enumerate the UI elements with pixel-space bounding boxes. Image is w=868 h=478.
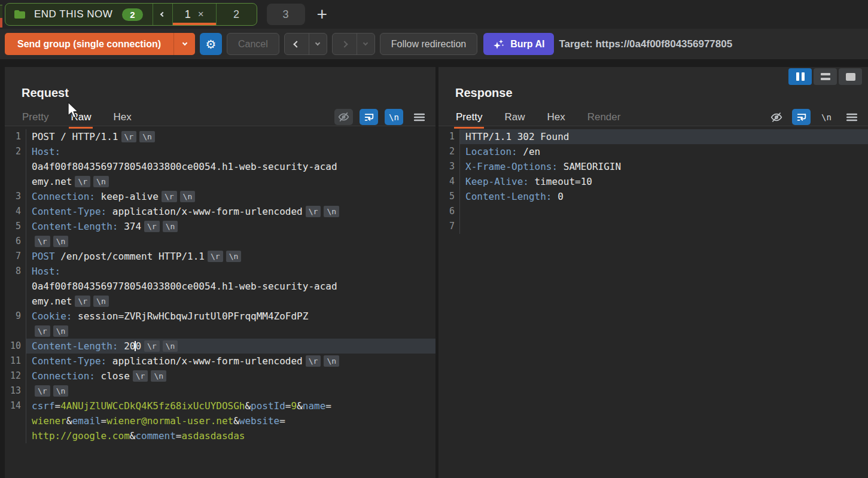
code-row[interactable]: 4Content-Type: application/x-www-form-ur… <box>5 204 435 219</box>
repeater-tab-bar: END THIS NOW 2 1 × 2 3 + <box>0 0 868 29</box>
crlf-badge: \r <box>144 221 160 232</box>
word-wrap-toggle-button[interactable] <box>360 109 378 125</box>
line-number: 12 <box>5 369 26 383</box>
show-newlines-button[interactable]: \n <box>385 109 403 125</box>
code-row[interactable]: 1POST / HTTP/1.1\r\n <box>5 129 435 144</box>
code-row[interactable]: wiener&email=wiener@normal-user.net&webs… <box>5 413 435 428</box>
code-row[interactable]: 12Connection: close\r\n <box>5 369 435 383</box>
code-token: = <box>325 400 331 412</box>
single-layout-button[interactable] <box>839 68 862 85</box>
code-token: & <box>245 400 251 412</box>
back-dropdown-button[interactable] <box>309 34 327 54</box>
code-row[interactable]: 0a4f00f8043569778054033800ce0054.h1-web-… <box>5 279 435 294</box>
request-panel: Request PrettyRawHex \n <box>5 67 435 478</box>
code-row[interactable]: 10Content-Length: 200\r\n <box>5 339 435 354</box>
forward-button[interactable] <box>333 34 357 54</box>
code-line: emy.net\r\n <box>26 174 435 189</box>
tab-hex[interactable]: Hex <box>113 111 131 123</box>
tab-1-close-icon[interactable]: × <box>198 8 204 20</box>
tab-group-collapse-button[interactable] <box>153 4 173 25</box>
code-row[interactable]: 4Keep-Alive: timeout=10 <box>438 174 868 189</box>
code-token: Content-Type: <box>32 355 106 367</box>
code-line: HTTP/1.1 302 Found <box>460 129 868 144</box>
send-options-dropdown[interactable] <box>173 33 195 55</box>
cancel-button[interactable]: Cancel <box>227 33 279 55</box>
code-token: & <box>297 400 303 412</box>
code-token: POST / HTTP/1.1 <box>32 131 118 142</box>
code-row[interactable]: 0a4f00f8043569778054033800ce0054.h1-web-… <box>5 159 435 174</box>
code-token: 0 <box>552 191 564 202</box>
code-token: name <box>303 400 326 412</box>
code-row[interactable]: 9Cookie: session=ZVRjRwHCbqwJrutUl0PFrqq… <box>5 309 435 324</box>
code-row[interactable]: 3Connection: keep-alive\r\n <box>5 189 435 204</box>
response-editor[interactable]: 1HTTP/1.1 302 Found2Location: /en3X-Fram… <box>438 126 868 478</box>
response-menu-button[interactable] <box>842 109 861 125</box>
code-row[interactable]: 14csrf=4ANUjZlUWCcDkQ4K5fz68ixUcUYDOSGh&… <box>5 398 435 413</box>
code-row[interactable]: emy.net\r\n <box>5 294 435 309</box>
hide-nonprintable-button[interactable] <box>334 109 353 125</box>
tab-raw[interactable]: Raw <box>504 111 525 123</box>
code-token: email <box>72 415 100 427</box>
code-line: Cookie: session=ZVRjRwHCbqwJrutUl0PFrqqM… <box>26 309 435 324</box>
new-tab-button[interactable]: + <box>317 5 328 23</box>
code-token: 374 <box>118 221 142 232</box>
burp-ai-button[interactable]: Burp AI <box>483 33 554 55</box>
code-row[interactable]: 13\r\n <box>5 383 435 398</box>
settings-gear-button[interactable]: ⚙ <box>200 33 222 55</box>
request-editor[interactable]: 1POST / HTTP/1.1\r\n2Host:0a4f00f8043569… <box>5 126 435 478</box>
code-row[interactable]: 2Host: <box>5 144 435 159</box>
code-token: Location: <box>465 146 517 157</box>
code-line: Connection: keep-alive\r\n <box>26 189 435 204</box>
send-group-label[interactable]: Send group (single connection) <box>5 33 173 55</box>
code-row[interactable]: 7 <box>438 219 868 234</box>
tab-raw[interactable]: Raw <box>71 111 91 123</box>
back-button[interactable] <box>285 34 309 54</box>
code-row[interactable]: \r\n <box>5 324 435 339</box>
crlf-badge: \n <box>93 176 109 187</box>
crlf-badge: \r <box>35 236 50 247</box>
code-token: http://google.com <box>32 430 130 442</box>
tab-1[interactable]: 1 × <box>173 4 216 25</box>
send-group-button[interactable]: Send group (single connection) <box>5 33 195 55</box>
show-newlines-button[interactable]: \n <box>817 109 836 125</box>
request-menu-button[interactable] <box>410 109 428 125</box>
follow-redirection-button[interactable]: Follow redirection <box>380 33 477 55</box>
tab-3[interactable]: 3 <box>267 4 305 25</box>
word-wrap-toggle-button[interactable] <box>792 109 811 125</box>
tab-2[interactable]: 2 <box>216 4 257 25</box>
forward-dropdown-button[interactable] <box>357 34 374 54</box>
tab-hex[interactable]: Hex <box>547 111 565 123</box>
code-row[interactable]: emy.net\r\n <box>5 174 435 189</box>
code-line: Content-Length: 374\r\n <box>26 219 435 234</box>
code-row[interactable]: 2Location: /en <box>438 144 868 159</box>
tab-group-header[interactable]: END THIS NOW 2 <box>5 4 153 25</box>
chevron-left-icon <box>160 12 165 17</box>
crlf-badge: \r <box>162 191 177 202</box>
code-row[interactable]: http://google.com&comment=asdasdasdas <box>5 428 435 443</box>
line-number: 4 <box>438 174 460 189</box>
code-row[interactable]: 7POST /en/post/comment HTTP/1.1\r\n <box>5 249 435 264</box>
tab-group-end-this-now[interactable]: END THIS NOW 2 1 × 2 <box>5 3 257 26</box>
tab-pretty[interactable]: Pretty <box>22 111 48 123</box>
code-token: Connection: <box>32 191 95 202</box>
code-row[interactable]: 6 <box>438 204 868 219</box>
crlf-badge: \n <box>324 206 339 217</box>
code-token: = <box>279 415 285 427</box>
code-row[interactable]: 3X-Frame-Options: SAMEORIGIN <box>438 159 868 174</box>
code-row[interactable]: 11Content-Type: application/x-www-form-u… <box>5 354 435 369</box>
code-row[interactable]: 6\r\n <box>5 234 435 249</box>
code-row[interactable]: 1HTTP/1.1 302 Found <box>438 129 868 144</box>
line-number: 13 <box>5 383 26 398</box>
line-number: 1 <box>5 129 26 144</box>
code-token: session=ZVRjRwHCbqwJrutUl0PFrqqMM4ZoFdPZ <box>72 310 308 322</box>
hide-nonprintable-button[interactable] <box>767 109 785 125</box>
rows-layout-button[interactable] <box>814 68 837 85</box>
tab-pretty[interactable]: Pretty <box>456 111 482 123</box>
crlf-badge: \n <box>53 325 69 337</box>
tab-render[interactable]: Render <box>587 111 621 123</box>
columns-layout-button[interactable] <box>788 68 812 85</box>
code-row[interactable]: 5Content-Length: 374\r\n <box>5 219 435 234</box>
code-row[interactable]: 5Content-Length: 0 <box>438 189 868 204</box>
code-row[interactable]: 8Host: <box>5 264 435 279</box>
code-token: application/x-www-form-urlencoded <box>106 355 303 367</box>
